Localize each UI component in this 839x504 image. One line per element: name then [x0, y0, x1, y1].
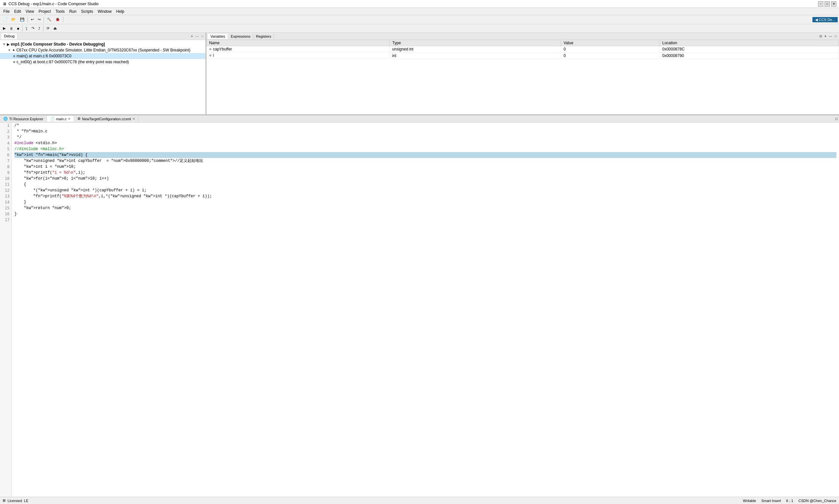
debug-sep-2: [43, 25, 43, 32]
debug-tree-item-0[interactable]: ▼▶exp1 [Code Composer Studio - Device De…: [0, 41, 206, 47]
suspend-button[interactable]: ⏸: [8, 25, 15, 32]
line-number-13: 13: [2, 193, 10, 199]
expressions-tab[interactable]: Expressions: [228, 34, 253, 39]
var-row-0[interactable]: ⊕capYbufferunsigned int00x0000878C: [207, 46, 839, 53]
line-numbers: 1234567891011121314151617: [0, 123, 12, 497]
debug-button[interactable]: 🐞: [54, 16, 61, 23]
tab-new-target-config[interactable]: ⚙ NewTargetConfiguration.ccxml ✕: [74, 116, 138, 122]
undo-button[interactable]: ↩: [29, 16, 35, 23]
col-location: Location: [659, 40, 839, 46]
status-licensed-label: Licensed: [7, 499, 22, 503]
var-expand-0[interactable]: ⊕: [209, 48, 212, 51]
line-number-8: 8: [2, 164, 10, 170]
variables-tab[interactable]: Variables: [208, 34, 228, 39]
new-file-button[interactable]: 📄: [1, 16, 9, 23]
open-file-button[interactable]: 📂: [10, 16, 18, 23]
menu-item-file[interactable]: File: [1, 9, 12, 14]
line-number-10: 10: [2, 176, 10, 182]
var-expand-1[interactable]: ⊕: [209, 54, 212, 57]
tree-icon-3: ≡: [13, 60, 15, 64]
line-number-1: 1: [2, 123, 10, 128]
menu-item-help[interactable]: Help: [114, 9, 126, 14]
status-le-label: LE: [24, 499, 28, 503]
menu-item-run[interactable]: Run: [67, 9, 78, 14]
debug-tab-label: Debug: [4, 34, 14, 38]
ccs-perspective-tab[interactable]: ◀ CCS De...: [813, 17, 838, 22]
debug-panel-maximize-button[interactable]: □: [200, 34, 204, 38]
line-number-12: 12: [2, 187, 10, 193]
debug-tab[interactable]: Debug: [1, 33, 17, 39]
debug-panel-menu-button[interactable]: ▾: [190, 34, 194, 38]
var-type-1: int: [390, 52, 561, 59]
editor-maximize-button[interactable]: ⊡: [835, 117, 838, 121]
code-line-3: */: [14, 134, 836, 140]
step-into-button[interactable]: ⤵: [24, 25, 29, 32]
build-button[interactable]: 🔨: [45, 16, 53, 23]
debug-tab-actions: ▾ — □: [190, 34, 204, 38]
redo-button[interactable]: ↪: [36, 16, 42, 23]
maximize-button[interactable]: □: [825, 1, 830, 6]
tree-text-3: c_int00() at boot.c:87 0x00007C78 (the e…: [16, 60, 129, 64]
menu-item-project[interactable]: Project: [37, 9, 53, 14]
disconnect-button[interactable]: ⏏: [52, 25, 58, 32]
menu-bar: FileEditViewProjectToolsRunScriptsWindow…: [0, 8, 839, 15]
restart-button[interactable]: ⟳: [45, 25, 51, 32]
code-line-12: *("kw">unsigned "kw">int *)(capYbuffer +…: [14, 187, 836, 193]
debug-tree-item-2[interactable]: ≡main() at main.c:6 0x000073C0: [0, 53, 206, 59]
step-out-button[interactable]: ⤴: [37, 25, 42, 32]
title-bar-controls[interactable]: − □ ✕: [818, 1, 836, 6]
code-line-1: /*: [14, 123, 836, 128]
debug-tree-item-1[interactable]: ▼✦C67xx CPU Cycle Accurate Simulator, Li…: [0, 47, 206, 53]
var-value-0: 0: [561, 46, 659, 53]
vars-minimize-button[interactable]: —: [828, 34, 833, 38]
status-insert-mode: Smart Insert: [761, 499, 781, 503]
line-number-17: 17: [2, 217, 10, 223]
var-row-1[interactable]: ⊕iint00x00008790: [207, 52, 839, 59]
tab-new-target-config-icon: ⚙: [77, 117, 81, 121]
menu-item-tools[interactable]: Tools: [53, 9, 67, 14]
tree-arrow-1: ▼: [8, 49, 11, 52]
code-content[interactable]: /* * "fn">main.c */#include <stdio.h>//#…: [12, 123, 839, 497]
debug-sep-1: [22, 25, 23, 32]
vars-maximize-button[interactable]: □: [834, 34, 838, 38]
minimize-button[interactable]: −: [818, 1, 823, 6]
menu-item-edit[interactable]: Edit: [12, 9, 23, 14]
debug-tree: ▼▶exp1 [Code Composer Studio - Device De…: [0, 40, 206, 114]
tab-main-c[interactable]: 📄 main.c ✕: [47, 116, 74, 122]
debug-toolbar: ▶ ⏸ ■ ⤵ ↷ ⤴ ⟳ ⏏: [0, 24, 839, 33]
debug-panel-minimize-button[interactable]: —: [194, 34, 200, 38]
editor-tab-bar: 🌐 TI Resource Explorer 📄 main.c ✕ ⚙ NewT…: [0, 115, 839, 123]
line-number-2: 2: [2, 128, 10, 134]
tab-ti-resource-explorer[interactable]: 🌐 TI Resource Explorer: [0, 116, 47, 122]
code-line-13: "fn">printf("%第%d个数为%d\n",i,*("kw">unsig…: [14, 193, 836, 199]
menu-item-window[interactable]: Window: [96, 9, 114, 14]
line-number-4: 4: [2, 140, 10, 146]
main-area: Debug ▾ — □ ▼▶exp1 [Code Composer Studio…: [0, 33, 839, 497]
tab-main-c-icon: 📄: [50, 117, 55, 121]
code-line-14: }: [14, 199, 836, 205]
toolbar-separator-2: [43, 17, 44, 23]
ccs-debug-tab[interactable]: ◀ CCS De...: [813, 17, 838, 22]
tree-arrow-0: ▼: [3, 42, 5, 46]
status-writable: Writable: [743, 499, 756, 503]
line-number-9: 9: [2, 170, 10, 176]
status-license-icon: ⊞: [3, 499, 5, 503]
resume-button[interactable]: ▶: [1, 25, 7, 32]
terminate-button[interactable]: ■: [15, 25, 21, 32]
tab-new-target-config-close[interactable]: ✕: [132, 117, 135, 121]
line-number-5: 5: [2, 146, 10, 152]
close-button[interactable]: ✕: [831, 1, 836, 6]
menu-item-scripts[interactable]: Scripts: [79, 9, 95, 14]
tab-ti-resource-explorer-icon: 🌐: [3, 117, 8, 121]
vars-collapse-button[interactable]: ⊟: [818, 34, 823, 38]
tree-text-2: main() at main.c:6 0x000073C0: [16, 54, 71, 58]
save-file-button[interactable]: 💾: [18, 16, 26, 23]
debug-tree-item-3[interactable]: ≡c_int00() at boot.c:87 0x00007C78 (the …: [0, 59, 206, 65]
tab-main-c-close[interactable]: ✕: [68, 117, 70, 121]
vars-menu-button[interactable]: ▾: [824, 34, 827, 38]
registers-tab[interactable]: Registers: [253, 34, 274, 39]
variables-toolbar: ⊟ ▾ — □: [818, 34, 838, 38]
title-bar-left: 🖥 CCS Debug - exp1/main.c - Code Compose…: [3, 2, 99, 6]
step-over-button[interactable]: ↷: [30, 25, 36, 32]
menu-item-view[interactable]: View: [23, 9, 36, 14]
